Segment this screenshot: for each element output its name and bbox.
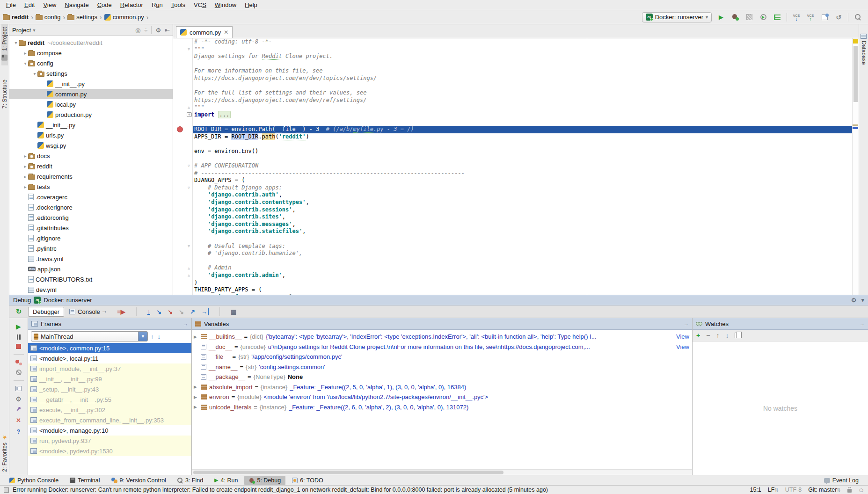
tool-window-toggle-icon[interactable] [4,487,9,493]
variable-row[interactable]: __package__ = {NoneType} None [192,372,692,382]
fold-marker-icon[interactable]: ▵ [186,105,191,109]
tab-3-find[interactable]: 3: Find [173,476,208,485]
run-to-cursor-icon[interactable]: → [201,308,209,315]
gear-icon[interactable]: ⚙ [155,27,161,34]
hide-tool-window-icon[interactable]: ▾ [861,297,864,304]
menu-item-navigate[interactable]: Navigate [60,0,93,10]
tab-event-log[interactable]: Event Log [819,476,863,485]
tree-item-reddit[interactable]: ▾reddit~/cookiecutter/reddit [9,37,173,48]
search-everywhere-button[interactable] [853,13,862,22]
chevron-right-icon[interactable]: ▸ [22,184,28,189]
tree-item--coveragerc[interactable]: .coveragerc [9,192,173,202]
frame-row[interactable]: run, pydevd.py:937 [28,436,191,446]
chevron-right-icon[interactable]: ▸ [22,153,28,159]
stripe-mark-current-line[interactable] [853,127,858,129]
expand-arrow-icon[interactable]: ▶ [194,395,198,400]
menu-item-edit[interactable]: Edit [20,0,39,10]
run-config-selector[interactable]: dj Docker: runserver ▾ [642,12,712,22]
hide-panel-icon[interactable]: ⇤ [165,27,170,34]
stripe-mark[interactable] [853,124,858,126]
frame-row[interactable]: execute, __init__.py:302 [28,405,191,415]
expand-arrow-icon[interactable]: ▶ [194,405,198,409]
pin-tab-button[interactable] [16,407,22,413]
code-editor[interactable]: # -*- coding: utf-8 -*-"""Django setting… [173,38,859,295]
thread-selector[interactable]: MainThread ▼ [31,331,148,341]
move-watch-up-button[interactable]: ↑ [716,332,719,339]
chevron-right-icon[interactable]: ▸ [22,164,28,169]
close-icon[interactable]: ✕ [224,29,228,36]
vcs-commit-button[interactable]: VCS↑ [806,13,815,22]
mute-breakpoints-button[interactable] [16,370,22,375]
settings-button[interactable]: ⚙ [15,395,22,403]
frame-row[interactable]: __getattr__, __init__.py:55 [28,394,191,405]
float-mode-icon[interactable]: → [183,321,188,327]
frame-row[interactable]: <module>, manage.py:10 [28,425,191,436]
breadcrumb-item-reddit[interactable]: reddit [3,14,29,21]
variable-row[interactable]: ▶unicode_literals = {instance} _Feature:… [192,402,692,413]
tree-item-local-py[interactable]: local.py [9,99,173,109]
chevron-right-icon[interactable]: ▸ [22,174,28,179]
frame-row[interactable]: __init__, __init__.py:99 [28,374,191,384]
tree-item-settings[interactable]: ▾settings [9,68,173,79]
tree-item-reddit[interactable]: ▸reddit [9,161,173,171]
git-branch-selector[interactable]: Git: master⇅ [808,487,841,493]
undo-button[interactable]: ↺ [834,13,843,22]
tree-item-common-py[interactable]: common.py [9,89,173,99]
view-breakpoints-button[interactable] [15,360,22,365]
show-execution-point-icon[interactable]: ≡▶ [117,308,125,315]
stop-button[interactable] [16,344,21,349]
step-out-icon[interactable]: ↗ [190,308,195,315]
menu-item-view[interactable]: View [39,0,60,10]
view-link[interactable]: View [672,343,689,350]
smart-step-into-icon[interactable]: ↘ [179,308,184,315]
expand-arrow-icon[interactable]: ▶ [194,334,198,339]
inspector-icon[interactable]: ☺ [858,487,864,494]
tree-item-__init__-py[interactable]: __init__.py [9,79,173,89]
collapse-all-icon[interactable]: ÷ [144,27,147,34]
menu-item-code[interactable]: Code [93,0,116,10]
tab-debugger[interactable]: Debugger [28,307,64,317]
line-ending-selector[interactable]: LF⇅ [768,487,779,493]
encoding-selector[interactable]: UTF-8 [785,487,802,493]
tree-item--editorconfig[interactable]: .editorconfig [9,212,173,223]
step-into-my-code-icon[interactable]: ↘ [168,308,173,315]
add-watch-button[interactable]: + [696,332,700,339]
breadcrumb-item-config[interactable]: config [36,14,61,21]
float-mode-icon[interactable]: → [684,321,689,327]
coverage-button[interactable] [744,13,754,22]
frame-down-button[interactable]: ↓ [158,333,161,340]
frame-row[interactable]: execute_from_command_line, __init__.py:3… [28,415,191,425]
profiler-button[interactable] [759,13,768,22]
editor-error-stripe[interactable] [852,38,859,295]
variable-row[interactable]: __name__ = {str} 'config.settings.common… [192,362,692,372]
caret-position[interactable]: 15:1 [750,487,761,493]
resume-button[interactable]: ▶ [16,323,21,330]
evaluate-expression-icon[interactable]: ▦ [231,308,236,315]
view-link[interactable]: View [672,333,689,340]
tree-item-wsgi-py[interactable]: wsgi.py [9,140,173,151]
tree-item-__init__-py[interactable]: __init__.py [9,120,173,130]
tree-item-production-py[interactable]: production.py [9,109,173,120]
move-watch-down-button[interactable]: ↓ [725,332,729,339]
tab-console[interactable]: Console ⇢ [65,307,110,317]
tab-terminal[interactable]: Terminal [65,476,104,485]
tree-item--gitattributes[interactable]: .gitattributes [9,223,173,233]
fold-marker-icon[interactable]: ▿ [186,185,191,190]
sidebar-item-database[interactable]: Database [861,31,867,67]
step-over-icon[interactable]: ↓ [147,309,151,315]
sidebar-item-project[interactable]: 1: Project [1,24,8,65]
variable-row[interactable]: ▶absolute_import = {instance} _Feature: … [192,382,692,392]
tree-item-urls-py[interactable]: urls.py [9,130,173,140]
chevron-down-icon[interactable]: ▾ [32,71,37,76]
changes-button[interactable] [820,13,829,22]
frame-row[interactable]: _setup, __init__.py:43 [28,384,191,394]
menu-item-vcs[interactable]: VCS [190,0,211,10]
fold-marker-icon[interactable]: ▿ [186,47,191,51]
frame-row[interactable]: <module>, local.py:11 [28,353,191,363]
tree-item--travis-yml[interactable]: .travis.yml [9,254,173,264]
menu-item-window[interactable]: Window [211,0,241,10]
duplicate-watch-button[interactable] [735,333,739,338]
lock-icon[interactable] [847,489,852,493]
close-button[interactable]: ✕ [16,417,21,424]
tree-item-tests[interactable]: ▸tests [9,182,173,192]
